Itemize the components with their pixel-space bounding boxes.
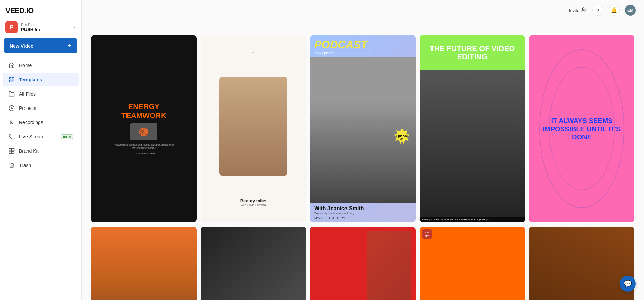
svg-rect-0 <box>9 77 11 79</box>
sidebar-item-brand-kit-label: Brand Kit <box>19 148 39 154</box>
plan-info: Pro Plan PUSH.fm <box>21 23 40 32</box>
svg-rect-9 <box>9 149 12 151</box>
podcast-title: PODCAST <box>314 39 411 50</box>
brand-kit-icon <box>8 148 15 154</box>
sidebar-item-projects[interactable]: Projects <box>3 101 79 115</box>
template-card-hiring[interactable]: WE AREHIRING Computer Engineers LOGO HER… <box>201 227 306 300</box>
science-logo: Logo <box>422 229 432 239</box>
podcast-tag: Trends in the fashion industry <box>314 212 411 215</box>
main-content: Invite ? 🔔 EM Templates ENERGYTeamwork 🏀… <box>82 0 644 300</box>
svg-rect-11 <box>9 151 12 154</box>
svg-point-8 <box>11 122 12 123</box>
new-video-button[interactable]: New Video + <box>4 38 77 53</box>
invite-person-icon <box>581 7 587 14</box>
templates-icon <box>8 76 15 83</box>
svg-rect-10 <box>12 149 14 151</box>
plus-icon: + <box>68 42 72 50</box>
energy-quote: "Talent wins games, but teamwork and int… <box>113 143 174 149</box>
bell-icon: 🔔 <box>611 7 617 13</box>
sidebar-item-recordings[interactable]: Recordings <box>3 116 79 129</box>
trash-icon <box>8 162 15 169</box>
invite-button[interactable]: Invite <box>569 7 587 14</box>
question-icon: ? <box>596 7 599 13</box>
sidebar-item-trash-label: Trash <box>19 163 31 168</box>
sidebar-item-home-label: Home <box>19 63 32 68</box>
sidebar-item-templates-label: Templates <box>19 77 42 82</box>
sidebar-item-brand-kit[interactable]: Brand Kit <box>3 144 79 158</box>
svg-rect-1 <box>12 77 14 79</box>
new-video-label: New Video <box>10 43 34 49</box>
chat-icon: 💬 <box>624 280 632 288</box>
template-card-beauty[interactable]: ✦ Beauty talks with Silvia Lorento <box>201 35 306 222</box>
sidebar-item-templates[interactable]: Templates <box>3 73 79 86</box>
help-button[interactable]: ? <box>592 5 603 16</box>
recordings-icon <box>8 119 15 126</box>
energy-title: ENERGYTeamwork <box>113 102 174 120</box>
template-card-podcast[interactable]: PODCAST New Episode ─────────────✦ Episo… <box>310 35 416 222</box>
svg-rect-2 <box>9 80 11 82</box>
svg-point-12 <box>582 8 584 10</box>
sidebar-item-recordings-label: Recordings <box>19 120 43 125</box>
sidebar-item-all-files-label: All Files <box>19 91 36 97</box>
plan-icon: P <box>5 21 18 33</box>
templates-grid: ENERGYTeamwork 🏀 "Talent wins games, but… <box>91 35 634 300</box>
chat-button[interactable]: 💬 <box>620 276 636 292</box>
plan-switcher[interactable]: P Pro Plan PUSH.fm ▾ <box>0 18 81 38</box>
notifications-button[interactable]: 🔔 <box>609 5 620 16</box>
podcast-host: With Jeanice Smith <box>314 205 411 212</box>
energy-attribution: — Michael Jordan <box>113 152 174 155</box>
projects-icon <box>8 105 15 112</box>
svg-rect-3 <box>12 80 14 82</box>
template-card-impossible[interactable]: IT ALWAYS SEEMS IMPOSSIBLE UNTIL IT'S DO… <box>529 35 634 222</box>
sidebar-item-live-stream[interactable]: Live Stream BETA <box>3 130 79 144</box>
header-toolbar: Invite ? 🔔 EM <box>82 0 644 20</box>
folder-icon <box>8 90 15 97</box>
plan-company: PUSH.fm <box>21 27 40 32</box>
template-card-fathers-day[interactable]: Up his game this Father's Day Visit www.… <box>310 227 416 300</box>
template-card-sunset[interactable]: EVERY SUNSET IS AN OPPORTUNITY TO RESET … <box>91 227 197 300</box>
future-title: THE FUTURE OF VIDEO EDITING <box>424 39 521 66</box>
sidebar: VEED.IO P Pro Plan PUSH.fm ▾ New Video +… <box>0 0 82 300</box>
home-icon <box>8 62 15 69</box>
template-card-future[interactable]: THE FUTURE OF VIDEO EDITING Have you eve… <box>420 35 525 222</box>
sidebar-item-live-stream-label: Live Stream <box>19 134 45 139</box>
template-card-cheers-dad[interactable]: CheersDad! ✦ <box>529 227 634 300</box>
podcast-new-episode: New Episode ─────────────✦ <box>314 51 411 55</box>
podcast-date: May 15 9 PM - 11 PM <box>314 216 411 220</box>
user-avatar[interactable]: EM <box>625 5 636 16</box>
app-logo: VEED.IO <box>0 0 81 18</box>
future-caption: Have you ever gone to edit a video on yo… <box>420 217 525 222</box>
invite-label: Invite <box>569 8 579 13</box>
sidebar-item-trash[interactable]: Trash <box>3 159 79 172</box>
live-stream-icon <box>8 133 15 140</box>
sidebar-item-all-files[interactable]: All Files <box>3 87 79 101</box>
plan-name: Pro Plan <box>21 23 40 27</box>
sidebar-item-projects-label: Projects <box>19 105 36 111</box>
template-card-energy[interactable]: ENERGYTeamwork 🏀 "Talent wins games, but… <box>91 35 197 222</box>
template-card-science[interactable]: Logo Science Matters With 3 Amazing Thin… <box>420 227 525 300</box>
beta-badge: BETA <box>61 134 73 139</box>
sidebar-item-home[interactable]: Home <box>3 59 79 72</box>
chevron-down-icon: ▾ <box>74 25 76 30</box>
